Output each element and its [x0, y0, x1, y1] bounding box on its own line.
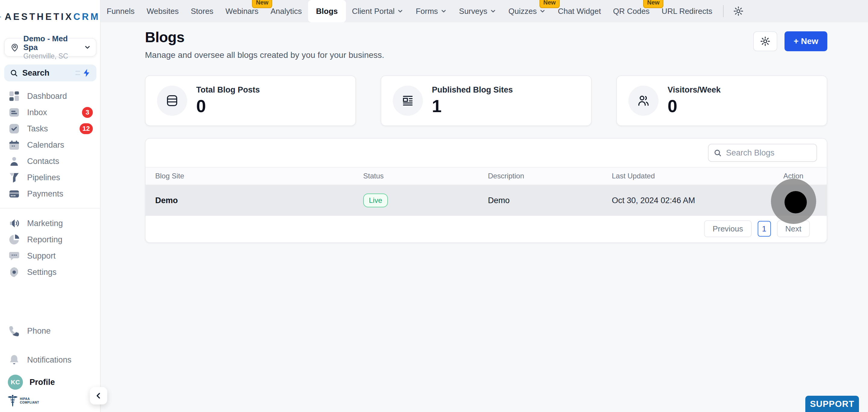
nav-item-url-redirects[interactable]: URL Redirects: [655, 0, 718, 22]
nav-item-forms[interactable]: Forms: [410, 0, 453, 22]
sidebar-item-dashboard[interactable]: Dashboard: [0, 88, 100, 104]
nav-item-label: Client Portal: [352, 7, 395, 16]
sidebar-item-tasks[interactable]: Tasks12: [0, 121, 100, 137]
status-badge: Live: [363, 193, 388, 208]
sidebar-item-label: Payments: [27, 189, 63, 199]
sidebar-item-label: Tasks: [27, 124, 48, 133]
sidebar-item-notifications[interactable]: Notifications: [0, 352, 100, 368]
settings-icon: [8, 266, 21, 279]
nav-item-quizzes[interactable]: QuizzesNew: [502, 0, 552, 22]
sidebar-search[interactable]: Search: [4, 64, 96, 82]
blog-posts-icon: [165, 94, 179, 107]
chevron-down-icon: [490, 8, 496, 14]
sidebar-item-label: Reporting: [27, 235, 62, 245]
chevron-down-icon: [440, 8, 447, 14]
page-header: Blogs Manage and oversee all blogs creat…: [145, 29, 827, 60]
nav-item-blogs[interactable]: Blogs: [308, 0, 346, 22]
blog-settings-button[interactable]: [753, 31, 777, 51]
stats-row: Total Blog Posts 0 Published Blog Sites …: [145, 75, 827, 126]
nav-item-client-portal[interactable]: Client Portal: [346, 0, 410, 22]
chevron-down-icon: [84, 43, 91, 51]
dashboard-icon: [8, 90, 21, 102]
sidebar-item-label: Contacts: [27, 157, 59, 166]
sidebar-item-label: Settings: [27, 267, 57, 277]
sidebar-item-label: Calendars: [27, 140, 64, 150]
location-pin-icon: [10, 42, 20, 53]
calendar-icon: [8, 139, 21, 151]
hipaa-caduceus-icon: [7, 394, 18, 408]
sidebar-item-support[interactable]: Support: [0, 248, 100, 264]
nav-item-label: Stores: [191, 7, 213, 16]
sidebar-item-settings[interactable]: Settings: [0, 264, 100, 280]
chevron-left-icon: [94, 391, 103, 400]
previous-page-button[interactable]: Previous: [704, 220, 751, 237]
chevron-down-icon: [397, 8, 404, 14]
brand-name: AESTHETIXCRM: [4, 11, 100, 22]
nav-item-webinars[interactable]: WebinarsNew: [219, 0, 264, 22]
hipaa-line1: HIPAA: [20, 397, 39, 401]
sidebar-item-contacts[interactable]: Contacts: [0, 153, 100, 169]
stat-card-published-blog-sites: Published Blog Sites 1: [381, 75, 592, 126]
sidebar-item-inbox[interactable]: Inbox3: [0, 104, 100, 121]
lightning-bolt-icon: [82, 68, 91, 77]
phone-icon: [8, 325, 21, 337]
pie-chart-icon: [8, 233, 21, 246]
location-name: Demo - Med Spa: [24, 34, 80, 52]
nav-item-funnels[interactable]: Funnels: [101, 0, 141, 22]
sidebar-item-reporting[interactable]: Reporting: [0, 231, 100, 248]
avatar: KC: [8, 375, 23, 390]
contacts-icon: [8, 155, 21, 167]
brand-logo-icon: [0, 8, 1, 25]
stat-label: Visitors/Week: [668, 85, 721, 95]
nav-item-label: Quizzes: [508, 7, 537, 16]
nav-item-chat-widget[interactable]: Chat Widget: [552, 0, 607, 22]
nav-settings-button[interactable]: [730, 2, 747, 20]
blogs-search-input[interactable]: [708, 144, 817, 162]
table-row[interactable]: Demo Live Demo Oct 30, 2024 02:46 AM: [146, 185, 827, 216]
sidebar-item-label: Dashboard: [27, 92, 67, 101]
pagination: Previous 1 Next: [146, 216, 827, 242]
top-nav: FunnelsWebsitesStoresWebinarsNewAnalytic…: [101, 0, 868, 22]
inbox-icon: [8, 106, 21, 119]
search-icon: [713, 149, 722, 157]
sidebar-item-pipelines[interactable]: Pipelines: [0, 169, 100, 186]
search-label: Search: [22, 68, 50, 78]
search-icon: [10, 69, 18, 77]
chat-bubble-icon: [8, 250, 21, 262]
sidebar-collapse-button[interactable]: [90, 387, 107, 405]
stat-value: 1: [432, 96, 513, 116]
sidebar-item-payments[interactable]: Payments: [0, 186, 100, 202]
sidebar-divider: [0, 208, 100, 209]
nav-item-label: Funnels: [107, 7, 135, 16]
sidebar-item-label: Pipelines: [27, 173, 60, 182]
blogs-table-card: Blog SiteStatusDescriptionLast UpdatedAc…: [145, 138, 827, 243]
payments-icon: [8, 187, 21, 200]
nav-item-label: URL Redirects: [661, 7, 712, 16]
sidebar-item-marketing[interactable]: Marketing: [0, 215, 100, 231]
sidebar-item-label: Phone: [27, 326, 51, 336]
nav-item-label: Surveys: [459, 7, 487, 16]
nav-item-label: Analytics: [270, 7, 302, 16]
page-number-button[interactable]: 1: [758, 221, 771, 236]
stat-label: Total Blog Posts: [196, 85, 260, 95]
support-button[interactable]: SUPPORT: [805, 396, 859, 412]
nav-item-qr-codes[interactable]: QR CodesNew: [607, 0, 655, 22]
stat-label: Published Blog Sites: [432, 85, 513, 95]
column-header-last-updated: Last Updated: [612, 172, 783, 180]
sidebar-item-label: Profile: [30, 378, 55, 387]
visitors-icon: [637, 94, 650, 107]
nav-item-websites[interactable]: Websites: [141, 0, 185, 22]
sidebar-item-profile[interactable]: KCProfile: [0, 374, 100, 390]
sidebar-item-calendars[interactable]: Calendars: [0, 137, 100, 153]
sidebar-item-phone[interactable]: Phone: [0, 323, 100, 339]
pipelines-icon: [8, 171, 21, 184]
blogs-search: [708, 144, 817, 162]
new-blog-button[interactable]: + New: [784, 31, 827, 51]
page-subtitle: Manage and oversee all blogs created by …: [145, 50, 384, 60]
column-header-status: Status: [363, 172, 488, 180]
nav-item-stores[interactable]: Stores: [185, 0, 219, 22]
nav-divider: [723, 5, 724, 17]
location-selector[interactable]: Demo - Med Spa Greenville, SC: [4, 38, 96, 57]
next-page-button[interactable]: Next: [777, 220, 810, 237]
nav-item-surveys[interactable]: Surveys: [453, 0, 502, 22]
